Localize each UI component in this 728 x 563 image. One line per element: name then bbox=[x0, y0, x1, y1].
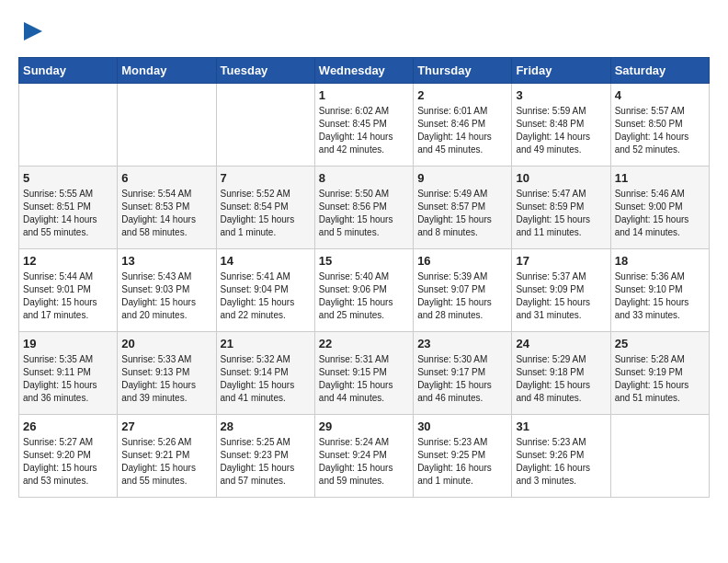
day-info: Sunrise: 5:43 AMSunset: 9:03 PMDaylight:… bbox=[121, 270, 211, 322]
calendar-cell: 27Sunrise: 5:26 AMSunset: 9:21 PMDayligh… bbox=[118, 415, 216, 498]
day-info: Sunrise: 5:23 AMSunset: 9:25 PMDaylight:… bbox=[417, 436, 507, 488]
day-info: Sunrise: 5:36 AMSunset: 9:10 PMDaylight:… bbox=[615, 270, 705, 322]
calendar-cell: 5Sunrise: 5:55 AMSunset: 8:51 PMDaylight… bbox=[19, 167, 118, 249]
day-number: 31 bbox=[516, 419, 606, 433]
week-row-3: 12Sunrise: 5:44 AMSunset: 9:01 PMDayligh… bbox=[19, 249, 710, 332]
calendar-cell: 19Sunrise: 5:35 AMSunset: 9:11 PMDayligh… bbox=[19, 332, 118, 415]
day-info: Sunrise: 5:39 AMSunset: 9:07 PMDaylight:… bbox=[417, 270, 507, 322]
day-number: 27 bbox=[121, 419, 211, 433]
day-info: Sunrise: 5:41 AMSunset: 9:04 PMDaylight:… bbox=[221, 270, 311, 322]
calendar-cell: 29Sunrise: 5:24 AMSunset: 9:24 PMDayligh… bbox=[314, 415, 413, 498]
day-info: Sunrise: 5:33 AMSunset: 9:13 PMDaylight:… bbox=[121, 353, 211, 405]
calendar-cell: 30Sunrise: 5:23 AMSunset: 9:25 PMDayligh… bbox=[414, 415, 512, 498]
calendar-cell: 16Sunrise: 5:39 AMSunset: 9:07 PMDayligh… bbox=[414, 249, 512, 332]
calendar-cell: 10Sunrise: 5:47 AMSunset: 8:59 PMDayligh… bbox=[512, 167, 610, 249]
calendar-cell: 21Sunrise: 5:32 AMSunset: 9:14 PMDayligh… bbox=[216, 332, 314, 415]
calendar-cell: 7Sunrise: 5:52 AMSunset: 8:54 PMDaylight… bbox=[216, 167, 314, 249]
day-number: 20 bbox=[121, 337, 211, 350]
day-info: Sunrise: 5:40 AMSunset: 9:06 PMDaylight:… bbox=[319, 270, 409, 322]
day-info: Sunrise: 5:32 AMSunset: 9:14 PMDaylight:… bbox=[221, 353, 311, 405]
day-number: 29 bbox=[319, 419, 409, 433]
calendar-cell: 13Sunrise: 5:43 AMSunset: 9:03 PMDayligh… bbox=[118, 249, 216, 332]
calendar-cell: 9Sunrise: 5:49 AMSunset: 8:57 PMDaylight… bbox=[414, 167, 512, 249]
day-info: Sunrise: 5:54 AMSunset: 8:53 PMDaylight:… bbox=[121, 188, 211, 239]
logo bbox=[18, 18, 46, 48]
calendar-cell: 23Sunrise: 5:30 AMSunset: 9:17 PMDayligh… bbox=[414, 332, 512, 415]
day-number: 13 bbox=[121, 254, 211, 268]
calendar-cell: 1Sunrise: 6:02 AMSunset: 8:45 PMDaylight… bbox=[314, 84, 413, 167]
day-number: 5 bbox=[23, 171, 113, 185]
day-number: 10 bbox=[516, 171, 606, 185]
calendar-cell: 28Sunrise: 5:25 AMSunset: 9:23 PMDayligh… bbox=[216, 415, 314, 498]
calendar-cell: 3Sunrise: 5:59 AMSunset: 8:48 PMDaylight… bbox=[512, 84, 610, 167]
week-row-5: 26Sunrise: 5:27 AMSunset: 9:20 PMDayligh… bbox=[19, 415, 710, 498]
day-number: 7 bbox=[221, 171, 311, 185]
day-info: Sunrise: 5:46 AMSunset: 9:00 PMDaylight:… bbox=[615, 188, 705, 239]
day-number: 11 bbox=[615, 171, 705, 185]
day-info: Sunrise: 5:57 AMSunset: 8:50 PMDaylight:… bbox=[615, 105, 705, 156]
calendar-cell bbox=[19, 84, 118, 167]
calendar-cell: 20Sunrise: 5:33 AMSunset: 9:13 PMDayligh… bbox=[118, 332, 216, 415]
calendar-cell: 15Sunrise: 5:40 AMSunset: 9:06 PMDayligh… bbox=[314, 249, 413, 332]
day-info: Sunrise: 5:49 AMSunset: 8:57 PMDaylight:… bbox=[417, 188, 507, 239]
day-info: Sunrise: 5:59 AMSunset: 8:48 PMDaylight:… bbox=[516, 105, 606, 156]
day-info: Sunrise: 6:02 AMSunset: 8:45 PMDaylight:… bbox=[319, 105, 409, 156]
logo-icon bbox=[20, 18, 46, 44]
calendar-cell: 17Sunrise: 5:37 AMSunset: 9:09 PMDayligh… bbox=[512, 249, 610, 332]
day-number: 16 bbox=[417, 254, 507, 268]
calendar-cell: 6Sunrise: 5:54 AMSunset: 8:53 PMDaylight… bbox=[118, 167, 216, 249]
calendar-cell: 11Sunrise: 5:46 AMSunset: 9:00 PMDayligh… bbox=[610, 167, 709, 249]
weekday-header-friday: Friday bbox=[512, 58, 610, 84]
day-number: 14 bbox=[221, 254, 311, 268]
day-info: Sunrise: 6:01 AMSunset: 8:46 PMDaylight:… bbox=[417, 105, 507, 156]
day-info: Sunrise: 5:24 AMSunset: 9:24 PMDaylight:… bbox=[319, 436, 409, 488]
day-info: Sunrise: 5:27 AMSunset: 9:20 PMDaylight:… bbox=[23, 436, 113, 488]
week-row-1: 1Sunrise: 6:02 AMSunset: 8:45 PMDaylight… bbox=[19, 84, 710, 167]
day-number: 28 bbox=[221, 419, 311, 433]
page-header bbox=[18, 18, 710, 48]
calendar-cell: 25Sunrise: 5:28 AMSunset: 9:19 PMDayligh… bbox=[610, 332, 709, 415]
day-info: Sunrise: 5:30 AMSunset: 9:17 PMDaylight:… bbox=[417, 353, 507, 405]
week-row-2: 5Sunrise: 5:55 AMSunset: 8:51 PMDaylight… bbox=[19, 167, 710, 249]
calendar-cell bbox=[216, 84, 314, 167]
day-info: Sunrise: 5:35 AMSunset: 9:11 PMDaylight:… bbox=[23, 353, 113, 405]
weekday-header-wednesday: Wednesday bbox=[314, 58, 413, 84]
day-info: Sunrise: 5:44 AMSunset: 9:01 PMDaylight:… bbox=[23, 270, 113, 322]
day-number: 19 bbox=[23, 337, 113, 350]
day-number: 26 bbox=[23, 419, 113, 433]
calendar-cell bbox=[118, 84, 216, 167]
weekday-header-saturday: Saturday bbox=[610, 58, 709, 84]
weekday-header-tuesday: Tuesday bbox=[216, 58, 314, 84]
day-number: 2 bbox=[417, 88, 507, 102]
day-number: 15 bbox=[319, 254, 409, 268]
calendar-cell: 22Sunrise: 5:31 AMSunset: 9:15 PMDayligh… bbox=[314, 332, 413, 415]
calendar-cell: 24Sunrise: 5:29 AMSunset: 9:18 PMDayligh… bbox=[512, 332, 610, 415]
day-info: Sunrise: 5:37 AMSunset: 9:09 PMDaylight:… bbox=[516, 270, 606, 322]
day-number: 22 bbox=[319, 337, 409, 350]
weekday-header-monday: Monday bbox=[118, 58, 216, 84]
day-info: Sunrise: 5:50 AMSunset: 8:56 PMDaylight:… bbox=[319, 188, 409, 239]
day-number: 21 bbox=[221, 337, 311, 350]
day-number: 25 bbox=[615, 337, 705, 350]
weekday-header-sunday: Sunday bbox=[19, 58, 118, 84]
day-info: Sunrise: 5:55 AMSunset: 8:51 PMDaylight:… bbox=[23, 188, 113, 239]
day-info: Sunrise: 5:26 AMSunset: 9:21 PMDaylight:… bbox=[121, 436, 211, 488]
day-info: Sunrise: 5:28 AMSunset: 9:19 PMDaylight:… bbox=[615, 353, 705, 405]
day-number: 1 bbox=[319, 88, 409, 102]
day-number: 24 bbox=[516, 337, 606, 350]
day-number: 30 bbox=[417, 419, 507, 433]
day-number: 6 bbox=[121, 171, 211, 185]
weekday-header-row: SundayMondayTuesdayWednesdayThursdayFrid… bbox=[19, 58, 710, 84]
calendar-cell: 12Sunrise: 5:44 AMSunset: 9:01 PMDayligh… bbox=[19, 249, 118, 332]
calendar-table: SundayMondayTuesdayWednesdayThursdayFrid… bbox=[18, 57, 710, 498]
day-info: Sunrise: 5:31 AMSunset: 9:15 PMDaylight:… bbox=[319, 353, 409, 405]
week-row-4: 19Sunrise: 5:35 AMSunset: 9:11 PMDayligh… bbox=[19, 332, 710, 415]
calendar-cell bbox=[610, 415, 709, 498]
calendar-cell: 31Sunrise: 5:23 AMSunset: 9:26 PMDayligh… bbox=[512, 415, 610, 498]
day-number: 23 bbox=[417, 337, 507, 350]
day-number: 18 bbox=[615, 254, 705, 268]
calendar-cell: 26Sunrise: 5:27 AMSunset: 9:20 PMDayligh… bbox=[19, 415, 118, 498]
day-number: 3 bbox=[516, 88, 606, 102]
calendar-cell: 14Sunrise: 5:41 AMSunset: 9:04 PMDayligh… bbox=[216, 249, 314, 332]
day-number: 9 bbox=[417, 171, 507, 185]
